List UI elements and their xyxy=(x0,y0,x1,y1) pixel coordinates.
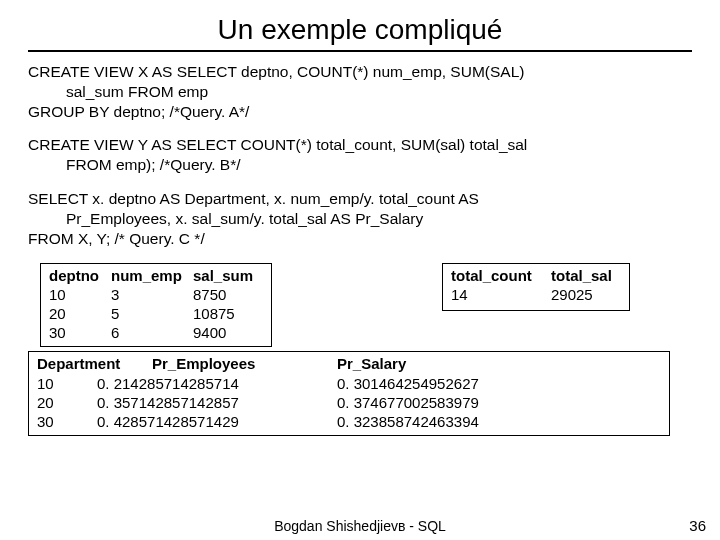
query-c-line1: SELECT x. deptno AS Department, x. num_e… xyxy=(28,190,479,207)
col-total-sal: total_sal xyxy=(551,266,621,285)
cell: 0. 374677002583979 xyxy=(337,393,487,412)
table-row: 20 0. 357142857142857 0. 374677002583979 xyxy=(37,393,661,412)
col-department: Department xyxy=(37,354,152,373)
intermediate-tables-row: deptno num_emp sal_sum 10 3 8750 20 5 10… xyxy=(28,263,692,348)
page-number: 36 xyxy=(689,517,706,534)
cell: 10 xyxy=(37,374,97,393)
cell: 20 xyxy=(49,304,111,323)
query-a-line3: GROUP BY deptno; /*Query. A*/ xyxy=(28,103,249,120)
cell: 10 xyxy=(49,285,111,304)
table-row: 30 0. 428571428571429 0. 323858742463394 xyxy=(37,412,661,431)
query-b-line1: CREATE VIEW Y AS SELECT COUNT(*) total_c… xyxy=(28,136,527,153)
col-total-count: total_count xyxy=(451,266,551,285)
table-y-result: total_count total_sal 14 29025 xyxy=(442,263,630,311)
cell: 0. 301464254952627 xyxy=(337,374,487,393)
cell: 6 xyxy=(111,323,193,342)
cell: 29025 xyxy=(551,285,621,304)
cell: 20 xyxy=(37,393,97,412)
cell: 3 xyxy=(111,285,193,304)
query-c-block: SELECT x. deptno AS Department, x. num_e… xyxy=(28,189,692,248)
col-sal-sum: sal_sum xyxy=(193,266,263,285)
cell: 30 xyxy=(49,323,111,342)
query-a-line2: sal_sum FROM emp xyxy=(28,82,692,102)
col-pr-salary: Pr_Salary xyxy=(337,354,487,373)
cell: 10875 xyxy=(193,304,263,323)
cell: 14 xyxy=(451,285,551,304)
cell: 0. 428571428571429 xyxy=(97,412,337,431)
cell: 5 xyxy=(111,304,193,323)
cell: 0. 357142857142857 xyxy=(97,393,337,412)
table-row: 20 5 10875 xyxy=(49,304,263,323)
col-pr-employees: Pr_Employees xyxy=(152,354,337,373)
footer-author: Bogdan Shishedjievв - SQL xyxy=(0,518,720,534)
table-final-result: Department Pr_Employees Pr_Salary 10 0. … xyxy=(28,351,670,436)
col-deptno: deptno xyxy=(49,266,111,285)
col-num-emp: num_emp xyxy=(111,266,193,285)
table-row: 10 3 8750 xyxy=(49,285,263,304)
slide-title: Un exemple compliqué xyxy=(28,14,692,46)
table-row: 10 0. 214285714285714 0. 301464254952627 xyxy=(37,374,661,393)
cell: 9400 xyxy=(193,323,263,342)
query-c-line3: FROM X, Y; /* Query. C */ xyxy=(28,230,205,247)
query-a-line1: CREATE VIEW X AS SELECT deptno, COUNT(*)… xyxy=(28,63,524,80)
cell: 8750 xyxy=(193,285,263,304)
cell: 0. 214285714285714 xyxy=(97,374,337,393)
cell: 30 xyxy=(37,412,97,431)
table-x-result: deptno num_emp sal_sum 10 3 8750 20 5 10… xyxy=(40,263,272,348)
query-a-block: CREATE VIEW X AS SELECT deptno, COUNT(*)… xyxy=(28,62,692,121)
title-rule xyxy=(28,50,692,52)
cell: 0. 323858742463394 xyxy=(337,412,487,431)
query-b-block: CREATE VIEW Y AS SELECT COUNT(*) total_c… xyxy=(28,135,692,175)
table-row: 14 29025 xyxy=(451,285,621,304)
query-c-line2: Pr_Employees, x. sal_sum/y. total_sal AS… xyxy=(28,209,692,229)
table-row: 30 6 9400 xyxy=(49,323,263,342)
query-b-line2: FROM emp); /*Query. B*/ xyxy=(28,155,692,175)
